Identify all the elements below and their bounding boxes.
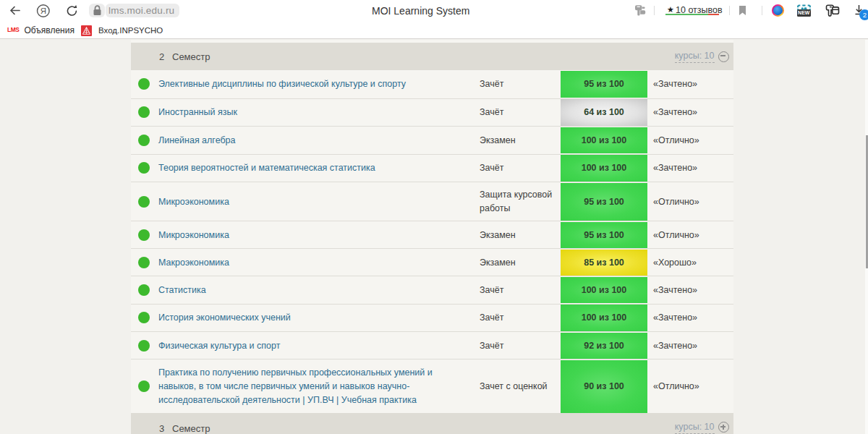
svg-text:Я: Я — [41, 7, 46, 15]
